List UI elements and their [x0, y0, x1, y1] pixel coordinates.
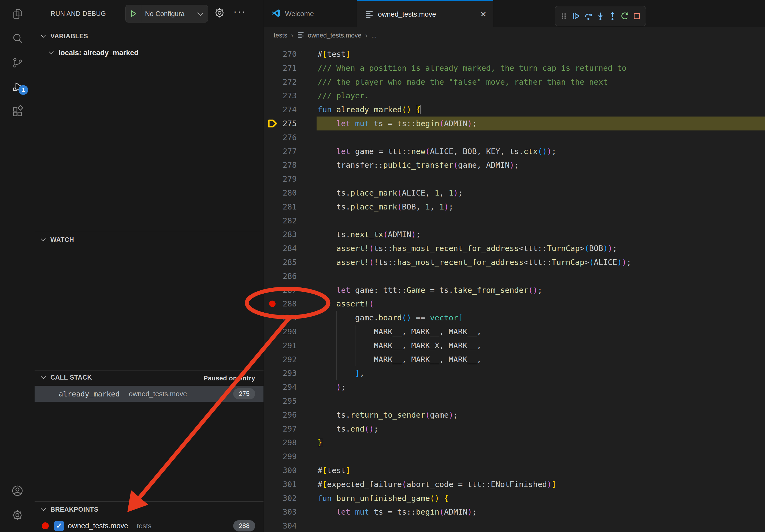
- code-line[interactable]: 293 ],: [264, 366, 765, 380]
- line-number: 287: [275, 283, 297, 297]
- account-icon[interactable]: [0, 478, 35, 503]
- code-line[interactable]: 278 transfer::public_transfer(game, ADMI…: [264, 158, 765, 172]
- code-editor[interactable]: 270#[test]271/// When a position is alre…: [264, 43, 765, 532]
- code-line[interactable]: 292 MARK__, MARK__, MARK__,: [264, 353, 765, 367]
- code-text: let game = ttt::new(ALICE, BOB, KEY, ts.…: [318, 144, 556, 158]
- breadcrumb-file[interactable]: owned_tests.move: [308, 32, 361, 39]
- code-line[interactable]: 288 assert!(: [264, 297, 765, 311]
- continue-icon[interactable]: [570, 9, 581, 23]
- code-line[interactable]: 272/// the player who made the "false" m…: [264, 75, 765, 89]
- debug-settings-gear-icon[interactable]: [214, 7, 226, 20]
- breakpoint-dir: tests: [137, 522, 152, 530]
- step-out-icon[interactable]: [607, 9, 618, 23]
- code-line[interactable]: 285 assert!(!ts::has_most_recent_for_add…: [264, 255, 765, 269]
- code-line[interactable]: 297 ts.end();: [264, 422, 765, 436]
- source-control-icon[interactable]: [0, 50, 35, 75]
- stop-icon[interactable]: [631, 9, 642, 23]
- more-actions-icon[interactable]: ···: [234, 6, 246, 17]
- run-and-debug-icon[interactable]: 1: [0, 75, 35, 99]
- line-number: 293: [275, 366, 297, 380]
- editor-group: Welcome owned_tests.move ✕ tests › owned…: [264, 0, 765, 532]
- line-number: 280: [275, 186, 297, 200]
- line-number: 296: [275, 408, 297, 422]
- code-line[interactable]: 302fun burn_unfinished_game() {: [264, 491, 765, 505]
- launch-config-dropdown[interactable]: No Configura: [125, 5, 208, 23]
- tab-owned-tests[interactable]: owned_tests.move ✕: [357, 0, 493, 27]
- code-line[interactable]: 301#[expected_failure(abort_code = ttt::…: [264, 477, 765, 491]
- step-over-icon[interactable]: [583, 9, 594, 23]
- code-line[interactable]: 277 let game = ttt::new(ALICE, BOB, KEY,…: [264, 144, 765, 158]
- code-line[interactable]: 279: [264, 172, 765, 186]
- line-number: 304: [275, 519, 297, 532]
- code-line[interactable]: 281 ts.place_mark(BOB, 1, 1);: [264, 200, 765, 214]
- line-number: 273: [275, 89, 297, 103]
- toolbar-drag-handle[interactable]: [558, 9, 569, 23]
- explorer-icon[interactable]: [0, 2, 35, 26]
- breakpoint-list-item[interactable]: ✓ owned_tests.move tests 288: [35, 519, 264, 532]
- tab-welcome[interactable]: Welcome: [264, 0, 357, 27]
- watch-section-header[interactable]: WATCH: [35, 234, 264, 246]
- breadcrumb-symbol[interactable]: ...: [371, 32, 377, 39]
- start-debug-icon[interactable]: [126, 5, 141, 22]
- code-text: let mut ts = ts::begin(ADMIN);: [318, 117, 477, 131]
- line-number: 285: [275, 255, 297, 269]
- variables-section-header[interactable]: VARIABLES: [35, 30, 264, 42]
- code-line[interactable]: 300#[test]: [264, 463, 765, 477]
- breakpoint-checkbox[interactable]: ✓: [54, 521, 64, 531]
- breakpoints-section-header[interactable]: BREAKPOINTS: [35, 503, 264, 516]
- code-line[interactable]: 299: [264, 449, 765, 463]
- sidebar-title: RUN AND DEBUG: [51, 10, 106, 17]
- line-number: 272: [275, 75, 297, 89]
- variables-locals-row[interactable]: locals: already_marked: [35, 46, 264, 60]
- activity-bar: 1: [0, 0, 35, 532]
- chevron-down-icon: [197, 10, 204, 16]
- code-line[interactable]: 273/// player.: [264, 89, 765, 103]
- code-line[interactable]: 295: [264, 394, 765, 408]
- breadcrumb-tests[interactable]: tests: [274, 32, 287, 39]
- code-line[interactable]: 289 game.board() == vector[: [264, 311, 765, 325]
- restart-icon[interactable]: [619, 9, 630, 23]
- code-line[interactable]: 275 let mut ts = ts::begin(ADMIN);: [264, 117, 765, 131]
- line-number: 286: [275, 269, 297, 283]
- code-line[interactable]: 290 MARK__, MARK__, MARK__,: [264, 325, 765, 339]
- code-line[interactable]: 284 assert!(ts::has_most_recent_for_addr…: [264, 241, 765, 255]
- code-text: ts.return_to_sender(game);: [318, 408, 458, 422]
- search-icon[interactable]: [0, 26, 35, 50]
- line-number: 277: [275, 144, 297, 158]
- line-number: 297: [275, 422, 297, 436]
- call-stack-section-header[interactable]: CALL STACK Paused on entry: [35, 371, 264, 384]
- code-text: let game: ttt::Game = ts.take_from_sende…: [318, 283, 542, 297]
- call-stack-frame-row[interactable]: already_marked owned_tests.move 275: [35, 386, 264, 402]
- code-line[interactable]: 294 );: [264, 380, 765, 394]
- extensions-icon[interactable]: [0, 99, 35, 124]
- code-line[interactable]: 291 MARK__, MARK_X, MARK__,: [264, 339, 765, 353]
- code-text: ],: [318, 366, 365, 380]
- code-line[interactable]: 286: [264, 269, 765, 283]
- code-line[interactable]: 298}: [264, 435, 765, 449]
- code-line[interactable]: 287 let game: ttt::Game = ts.take_from_s…: [264, 283, 765, 297]
- line-number: 302: [275, 491, 297, 505]
- code-line[interactable]: 270#[test]: [264, 47, 765, 61]
- settings-gear-icon[interactable]: [0, 503, 35, 527]
- frame-function-name: already_marked: [59, 390, 120, 398]
- close-icon[interactable]: ✕: [480, 10, 486, 19]
- code-line[interactable]: 271/// When a position is already marked…: [264, 61, 765, 75]
- code-line[interactable]: 283 ts.next_tx(ADMIN);: [264, 227, 765, 241]
- code-text: ts.end();: [318, 422, 379, 436]
- code-line[interactable]: 282: [264, 214, 765, 228]
- line-number: 301: [275, 477, 297, 491]
- chevron-right-icon: ›: [291, 31, 294, 40]
- code-text: /// player.: [318, 89, 369, 103]
- code-text: fun burn_unfinished_game() {: [318, 491, 449, 505]
- step-into-icon[interactable]: [595, 9, 606, 23]
- code-line[interactable]: 304: [264, 519, 765, 532]
- code-line[interactable]: 296 ts.return_to_sender(game);: [264, 408, 765, 422]
- tab-owned-tests-label: owned_tests.move: [378, 10, 436, 19]
- code-line[interactable]: 303 let mut ts = ts::begin(ADMIN);: [264, 505, 765, 519]
- chevron-down-icon: [41, 506, 46, 511]
- code-text: /// the player who made the "false" move…: [318, 75, 608, 89]
- code-line[interactable]: 280 ts.place_mark(ALICE, 1, 1);: [264, 186, 765, 200]
- code-line[interactable]: 274fun already_marked() {: [264, 103, 765, 117]
- code-text: /// When a position is already marked, t…: [318, 61, 626, 75]
- code-line[interactable]: 276: [264, 131, 765, 144]
